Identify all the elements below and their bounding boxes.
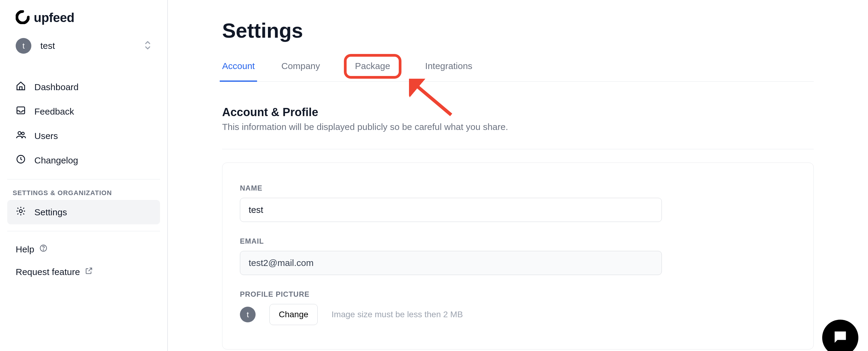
sidebar-section-label: SETTINGS & ORGANIZATION <box>7 186 160 200</box>
sidebar-item-label: Request feature <box>16 267 80 277</box>
svg-point-2 <box>22 133 24 135</box>
profile-avatar: t <box>240 307 255 322</box>
name-input[interactable] <box>240 198 662 222</box>
sidebar-item-label: Dashboard <box>34 82 79 92</box>
tab-label: Integrations <box>425 61 472 71</box>
name-label: NAME <box>240 184 796 193</box>
chevron-up-down-icon <box>144 40 152 51</box>
tab-label: Package <box>355 61 390 71</box>
org-avatar: t <box>16 38 31 54</box>
profile-picture-label: PROFILE PICTURE <box>240 290 796 298</box>
email-label: EMAIL <box>240 237 796 245</box>
name-field-block: NAME <box>240 184 796 222</box>
tab-account[interactable]: Account <box>222 61 255 81</box>
email-field-block: EMAIL <box>240 237 796 275</box>
gear-icon <box>16 206 26 218</box>
users-icon <box>16 130 26 142</box>
email-input <box>240 251 662 275</box>
tab-label: Company <box>281 61 320 71</box>
external-link-icon <box>85 267 93 277</box>
page-title: Settings <box>222 19 814 42</box>
sidebar-item-help[interactable]: Help <box>7 238 160 261</box>
inbox-icon <box>16 105 26 118</box>
clock-icon <box>16 154 26 167</box>
svg-point-6 <box>43 250 44 250</box>
brand-name: upfeed <box>34 10 74 25</box>
sidebar-item-dashboard[interactable]: Dashboard <box>7 75 160 99</box>
help-icon <box>39 244 48 255</box>
svg-point-4 <box>19 210 22 213</box>
sidebar-item-label: Changelog <box>34 155 78 166</box>
divider <box>222 149 814 149</box>
sidebar-item-feedback[interactable]: Feedback <box>7 99 160 124</box>
tab-integrations[interactable]: Integrations <box>425 61 472 81</box>
section-subtext: This information will be displayed publi… <box>222 122 814 132</box>
divider <box>7 231 160 231</box>
brand-logo-icon <box>16 10 30 25</box>
tab-company[interactable]: Company <box>281 61 320 81</box>
profile-card: NAME EMAIL PROFILE PICTURE t Change <box>222 163 814 350</box>
home-icon <box>16 81 26 93</box>
button-label: Change <box>279 310 308 319</box>
sidebar-item-users[interactable]: Users <box>7 124 160 148</box>
profile-picture-block: PROFILE PICTURE t Change Image size must… <box>240 290 796 325</box>
tab-package[interactable]: Package <box>347 57 399 76</box>
settings-tabs: Account Company Package Integrations <box>222 61 814 82</box>
primary-nav: Dashboard Feedback Users Changelog <box>7 75 160 173</box>
main-content: Settings Account Company Package Integra… <box>168 0 868 351</box>
sidebar: upfeed t test Dashboard <box>0 0 168 351</box>
sidebar-item-label: Users <box>34 131 58 141</box>
sidebar-item-request-feature[interactable]: Request feature <box>7 261 160 283</box>
sidebar-item-label: Feedback <box>34 107 74 117</box>
account-profile-section: Account & Profile This information will … <box>222 106 814 350</box>
brand-logo[interactable]: upfeed <box>7 7 160 34</box>
sidebar-item-settings[interactable]: Settings <box>7 200 160 224</box>
org-switcher[interactable]: t test <box>7 34 160 58</box>
tab-label: Account <box>222 61 255 71</box>
change-picture-button[interactable]: Change <box>270 304 318 325</box>
section-heading: Account & Profile <box>222 106 814 119</box>
sidebar-item-label: Help <box>16 244 34 255</box>
org-name: test <box>40 41 55 51</box>
svg-point-1 <box>18 131 21 135</box>
profile-picture-hint: Image size must be less then 2 MB <box>332 310 463 319</box>
chat-icon <box>832 329 849 347</box>
sidebar-item-changelog[interactable]: Changelog <box>7 148 160 173</box>
divider <box>7 179 160 179</box>
sidebar-item-label: Settings <box>34 207 67 217</box>
svg-line-7 <box>413 83 451 115</box>
